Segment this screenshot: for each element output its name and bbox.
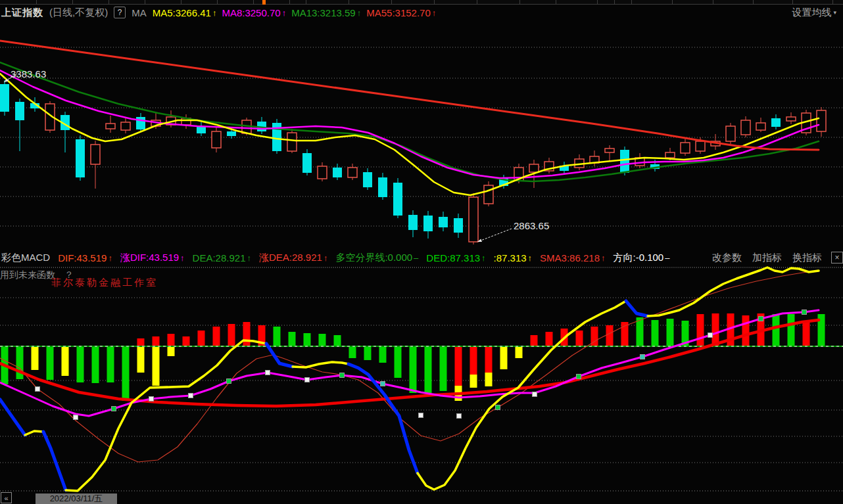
macd-histogram-bar — [92, 347, 99, 383]
indicator-value: MA55:3152.70↑ — [366, 7, 436, 18]
tab-separator — [217, 0, 218, 4]
period-label: (日线,不复权) — [49, 7, 108, 19]
indicator-value: DIF:43.519↑ — [58, 252, 112, 263]
line-marker — [74, 415, 78, 420]
collapse-icon[interactable]: « — [1, 492, 12, 503]
macd-histogram-bar — [153, 347, 160, 386]
macd-histogram-bar — [485, 373, 493, 386]
indicator-value: MA13:3213.59↑ — [291, 7, 361, 18]
indicator-value-text: SMA3:86.218 — [540, 252, 600, 263]
indicator-value: :87.313↑ — [494, 252, 533, 263]
line-marker — [112, 407, 116, 411]
up-arrow-icon: ↑ — [108, 253, 112, 263]
tab-separator — [289, 0, 290, 4]
macd-action-button[interactable]: 换指标 — [792, 252, 822, 264]
ma-settings-label: 设置均线 — [792, 7, 831, 19]
tab-separator — [631, 0, 632, 4]
macd-histogram-bar — [667, 319, 674, 346]
macd-histogram-bar — [243, 322, 251, 346]
ma55-line — [0, 41, 819, 150]
macd-histogram-bar — [32, 347, 39, 370]
indicator-value-text: MA55:3152.70 — [366, 7, 431, 18]
indicator-value-text: MA8:3250.70 — [222, 7, 280, 18]
macd-histogram-bar — [274, 327, 281, 346]
dash-icon: – — [414, 253, 418, 263]
line-marker — [305, 378, 310, 382]
macd-histogram-bar — [122, 347, 130, 401]
indicator-value: 涨DIF:43.519↑ — [120, 252, 185, 264]
indicator-value-text: DED:87.313 — [426, 252, 480, 263]
macd-dif-line-blue — [0, 400, 25, 435]
macd-histogram-bar — [410, 347, 417, 393]
candle-body-up — [529, 164, 539, 172]
top-tab-strip[interactable] — [0, 0, 843, 5]
indicator-value-text: DEA:28.921 — [193, 252, 246, 263]
up-arrow-icon: ↑ — [282, 8, 287, 18]
macd-action-button[interactable]: 加指标 — [752, 252, 782, 264]
macd-histogram-bar — [107, 347, 114, 382]
macd-histogram-bar — [47, 347, 54, 380]
macd-histogram-bar — [319, 334, 326, 346]
indicator-name: 彩色MACD — [1, 252, 50, 264]
tab-separator — [832, 0, 833, 4]
tab-separator — [306, 0, 306, 4]
tab-separator — [519, 0, 520, 4]
high-price-label: 3383.63 — [11, 68, 46, 80]
macd-histogram-bar — [228, 324, 235, 346]
tab-separator — [672, 0, 673, 4]
ma-values-list: MA5:3266.41↑MA8:3250.70↑MA13:3213.59↑MA5… — [153, 7, 442, 18]
candle-body-down — [423, 216, 433, 231]
candle-body-up — [348, 168, 357, 177]
macd-histogram-bar — [576, 331, 583, 346]
macd-histogram-bar — [546, 332, 553, 346]
candle-body-down — [302, 153, 312, 173]
macd-histogram-bar — [440, 347, 447, 391]
tab-separator — [108, 0, 109, 4]
indicator-value: DEA:28.921↑ — [193, 252, 251, 263]
macd-histogram-bar — [455, 347, 462, 386]
macd-action-button[interactable]: 改参数 — [712, 252, 742, 264]
macd-histogram-bar — [198, 331, 205, 346]
trading-app-window: 上证指数 (日线,不复权) ? MA MA5:3266.41↑MA8:3250.… — [0, 0, 843, 504]
macd-values-list: DIF:43.519↑涨DIF:43.519↑DEA:28.921↑涨DEA:2… — [58, 252, 669, 264]
indicator-value: 方向:-0.100– — [614, 252, 670, 264]
tab-separator — [753, 0, 754, 4]
macd-header: 彩色MACD DIF:43.519↑涨DIF:43.519↑DEA:28.921… — [0, 250, 843, 265]
macd-histogram-bar — [379, 347, 387, 363]
macd-dif-line-blue — [43, 432, 66, 490]
line-marker — [708, 333, 713, 338]
macd-histogram-bar — [395, 347, 402, 378]
candle-body-down — [363, 172, 372, 187]
up-arrow-icon: ↑ — [212, 8, 217, 18]
candle-body-up — [741, 120, 750, 135]
line-marker — [457, 414, 462, 419]
macd-histogram-bar — [304, 333, 311, 346]
indicator-value-text: 多空分界线:0.000 — [335, 252, 412, 264]
line-marker — [640, 355, 645, 359]
line-marker — [381, 382, 385, 386]
tab-separator — [477, 0, 477, 4]
studio-watermark: 菲尔泰勒金融工作室 — [51, 277, 158, 289]
macd-histogram-bar — [470, 347, 477, 375]
macd-histogram-bar — [168, 334, 175, 346]
candle-body-down — [333, 168, 342, 177]
macd-histogram-bar — [137, 347, 145, 373]
macd-histogram-bar — [349, 347, 356, 358]
tab-separator — [434, 0, 435, 4]
candle-body-down — [136, 117, 145, 129]
candle-body-up — [318, 166, 327, 179]
candle-body-up — [726, 126, 735, 141]
indicator-value-text: DIF:43.519 — [58, 252, 107, 263]
close-icon[interactable]: × — [831, 252, 843, 263]
candle-body-down — [227, 131, 236, 136]
line-marker — [577, 375, 581, 379]
macd-histogram-bar — [289, 332, 296, 346]
ma-settings-button[interactable]: 设置均线 ▾ — [792, 7, 836, 19]
up-arrow-icon: ↑ — [601, 253, 606, 263]
help-icon[interactable]: ? — [114, 7, 126, 18]
tab-separator — [72, 0, 73, 4]
date-label: 2022/03/11/五 — [36, 493, 117, 504]
tab-separator — [713, 0, 713, 4]
candle-body-up — [786, 117, 796, 121]
label-arrow — [477, 229, 512, 242]
